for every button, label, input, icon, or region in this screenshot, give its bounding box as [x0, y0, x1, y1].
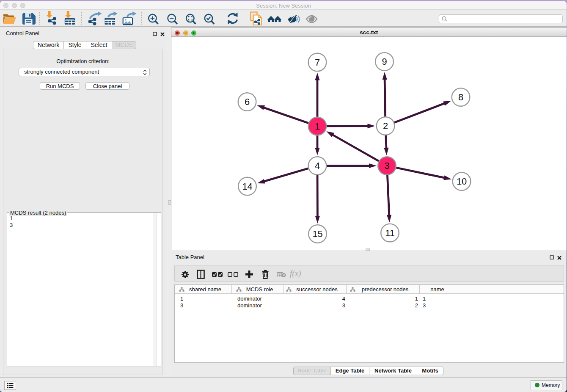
svg-text:1: 1 — [315, 121, 320, 131]
svg-text:2: 2 — [383, 121, 388, 131]
svg-text:6: 6 — [245, 97, 250, 107]
svg-text:4: 4 — [315, 160, 320, 171]
svg-text:3: 3 — [384, 160, 389, 171]
svg-text:14: 14 — [242, 181, 252, 191]
svg-text:10: 10 — [457, 176, 467, 187]
svg-text:11: 11 — [385, 227, 395, 238]
svg-text:7: 7 — [315, 57, 320, 67]
svg-text:8: 8 — [458, 92, 463, 102]
svg-text:15: 15 — [312, 229, 322, 239]
svg-text:9: 9 — [382, 56, 387, 67]
